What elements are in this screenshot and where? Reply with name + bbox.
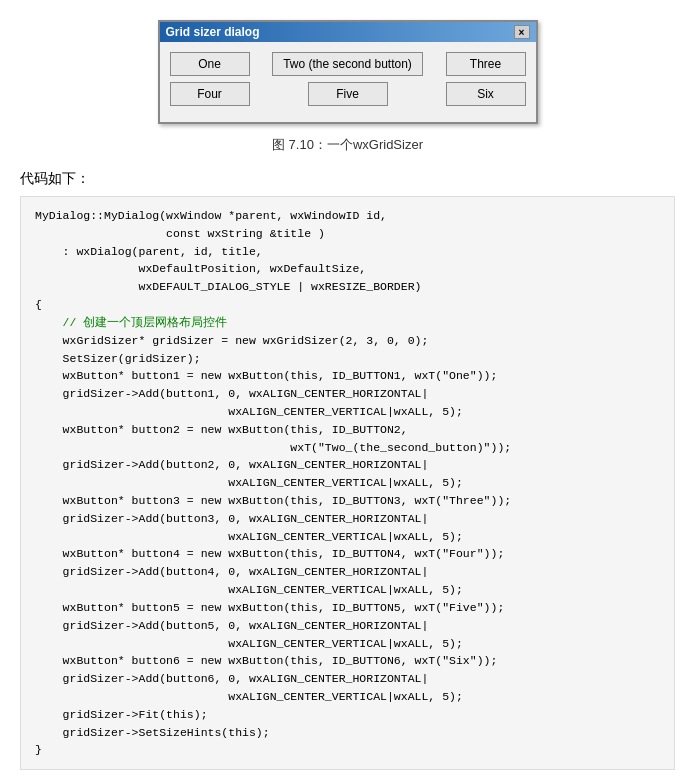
- code-line-13: wxButton* button2 = new wxButton(this, I…: [35, 423, 408, 436]
- code-line-20: wxButton* button4 = new wxButton(this, I…: [35, 547, 504, 560]
- code-line-27: gridSizer->Add(button6, 0, wxALIGN_CENTE…: [35, 672, 428, 685]
- code-line-19: wxALIGN_CENTER_VERTICAL|wxALL, 5);: [35, 530, 463, 543]
- code-line-24: gridSizer->Add(button5, 0, wxALIGN_CENTE…: [35, 619, 428, 632]
- code-line-18: gridSizer->Add(button3, 0, wxALIGN_CENTE…: [35, 512, 428, 525]
- code-comment-1: // 创建一个顶层网格布局控件: [63, 316, 228, 329]
- code-line-10: wxButton* button1 = new wxButton(this, I…: [35, 369, 497, 382]
- code-line-09: SetSizer(gridSizer);: [35, 352, 201, 365]
- button-three[interactable]: Three: [446, 52, 526, 76]
- section-label: 代码如下：: [20, 170, 675, 188]
- dialog-title: Grid sizer dialog: [166, 25, 260, 39]
- code-line-16: wxALIGN_CENTER_VERTICAL|wxALL, 5);: [35, 476, 463, 489]
- dialog-body: One Two (the second button) Three Four F…: [160, 42, 536, 122]
- dialog-box: Grid sizer dialog × One Two (the second …: [158, 20, 538, 124]
- code-line-22: wxALIGN_CENTER_VERTICAL|wxALL, 5);: [35, 583, 463, 596]
- button-six[interactable]: Six: [446, 82, 526, 106]
- dialog-container: Grid sizer dialog × One Two (the second …: [20, 20, 675, 124]
- code-line-05: wxDEFAULT_DIALOG_STYLE | wxRESIZE_BORDER…: [35, 280, 421, 293]
- code-line-11: gridSizer->Add(button1, 0, wxALIGN_CENTE…: [35, 387, 428, 400]
- code-line-31: }: [35, 743, 42, 756]
- dialog-row-1: One Two (the second button) Three: [170, 52, 526, 76]
- code-line-23: wxButton* button5 = new wxButton(this, I…: [35, 601, 504, 614]
- code-line-29: gridSizer->Fit(this);: [35, 708, 208, 721]
- code-line-25: wxALIGN_CENTER_VERTICAL|wxALL, 5);: [35, 637, 463, 650]
- code-line-15: gridSizer->Add(button2, 0, wxALIGN_CENTE…: [35, 458, 428, 471]
- code-line-17: wxButton* button3 = new wxButton(this, I…: [35, 494, 511, 507]
- dialog-row-2: Four Five Six: [170, 82, 526, 106]
- code-line-08: wxGridSizer* gridSizer = new wxGridSizer…: [35, 334, 428, 347]
- code-line-14: wxT("Two_(the_second_button)"));: [35, 441, 511, 454]
- code-line-12: wxALIGN_CENTER_VERTICAL|wxALL, 5);: [35, 405, 463, 418]
- code-line-02: const wxString &title ): [35, 227, 325, 240]
- code-line-26: wxButton* button6 = new wxButton(this, I…: [35, 654, 497, 667]
- code-line-01: MyDialog::MyDialog(wxWindow *parent, wxW…: [35, 209, 387, 222]
- button-one[interactable]: One: [170, 52, 250, 76]
- code-line-21: gridSizer->Add(button4, 0, wxALIGN_CENTE…: [35, 565, 428, 578]
- code-line-03: : wxDialog(parent, id, title,: [35, 245, 263, 258]
- code-line-04: wxDefaultPosition, wxDefaultSize,: [35, 262, 366, 275]
- button-four[interactable]: Four: [170, 82, 250, 106]
- dialog-titlebar: Grid sizer dialog ×: [160, 22, 536, 42]
- code-line-30: gridSizer->SetSizeHints(this);: [35, 726, 270, 739]
- code-line-06: {: [35, 298, 42, 311]
- code-block: MyDialog::MyDialog(wxWindow *parent, wxW…: [20, 196, 675, 770]
- figure-caption: 图 7.10：一个wxGridSizer: [20, 136, 675, 154]
- button-two[interactable]: Two (the second button): [272, 52, 423, 76]
- code-line-28: wxALIGN_CENTER_VERTICAL|wxALL, 5);: [35, 690, 463, 703]
- dialog-close-button[interactable]: ×: [514, 25, 530, 39]
- button-five[interactable]: Five: [308, 82, 388, 106]
